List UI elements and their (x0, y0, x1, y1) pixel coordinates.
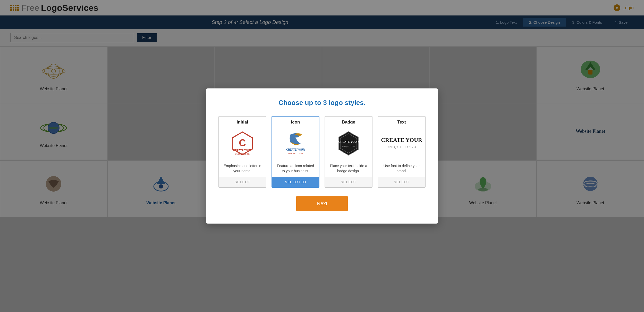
card-badge-desc: Place your text inside a badge design. (325, 160, 372, 177)
modal-overlay: Choose up to 3 logo styles. Initial C CR… (0, 0, 644, 312)
select-initial-button[interactable]: SELECT (219, 177, 266, 187)
svg-marker-35 (339, 132, 358, 155)
svg-text:CREATE YOUR: CREATE YOUR (381, 137, 422, 143)
select-icon-button[interactable]: SELECTED (272, 177, 319, 187)
modal-title: Choose up to 3 logo styles. (218, 99, 426, 107)
text-logo-preview: CREATE YOUR UNIQUE LOGO (381, 129, 422, 158)
card-icon-desc: Feature an icon related to your business… (272, 160, 319, 177)
icon-logo-preview: CREATE YOUR UNIQUE LOGO (275, 129, 316, 158)
style-selection-modal: Choose up to 3 logo styles. Initial C CR… (206, 88, 438, 224)
card-text-image: CREATE YOUR UNIQUE LOGO (378, 127, 425, 160)
card-badge-label: Badge (325, 117, 372, 127)
card-badge-image: CREATE YOUR UNIQUE LOGO (325, 127, 372, 160)
style-card-initial[interactable]: Initial C CREATE YOUR UNIQUE LOGO Emphas… (218, 116, 266, 188)
svg-text:UNIQUE LOGO: UNIQUE LOGO (288, 152, 303, 154)
select-badge-button[interactable]: SELECT (325, 177, 372, 187)
next-button[interactable]: Next (296, 196, 348, 211)
style-card-text[interactable]: Text CREATE YOUR UNIQUE LOGO Use font to… (378, 116, 426, 188)
card-initial-label: Initial (219, 117, 266, 127)
card-icon-label: Icon (272, 117, 319, 127)
style-card-icon[interactable]: Icon CREATE YOUR UNIQUE LOGO Feature an … (272, 116, 319, 188)
style-card-badge[interactable]: Badge CREATE YOUR UNIQUE LOGO Place your… (325, 116, 372, 188)
svg-text:UNIQUE LOGO: UNIQUE LOGO (342, 145, 355, 147)
style-cards-container: Initial C CREATE YOUR UNIQUE LOGO Emphas… (218, 116, 426, 188)
card-text-label: Text (378, 117, 425, 127)
svg-text:CREATE YOUR: CREATE YOUR (233, 149, 252, 152)
card-text-desc: Use font to define your brand. (378, 160, 425, 177)
initial-logo-preview: C CREATE YOUR UNIQUE LOGO (222, 129, 263, 158)
svg-text:C: C (239, 137, 246, 148)
svg-text:UNIQUE LOGO: UNIQUE LOGO (386, 145, 417, 149)
svg-text:UNIQUE LOGO: UNIQUE LOGO (235, 153, 250, 155)
card-initial-image: C CREATE YOUR UNIQUE LOGO (219, 127, 266, 160)
svg-text:CREATE YOUR: CREATE YOUR (338, 140, 359, 143)
card-icon-image: CREATE YOUR UNIQUE LOGO (272, 127, 319, 160)
svg-text:CREATE YOUR: CREATE YOUR (286, 148, 305, 151)
select-text-button[interactable]: SELECT (378, 177, 425, 187)
badge-logo-preview: CREATE YOUR UNIQUE LOGO (328, 129, 369, 158)
card-initial-desc: Emphasize one letter in your name. (219, 160, 266, 177)
